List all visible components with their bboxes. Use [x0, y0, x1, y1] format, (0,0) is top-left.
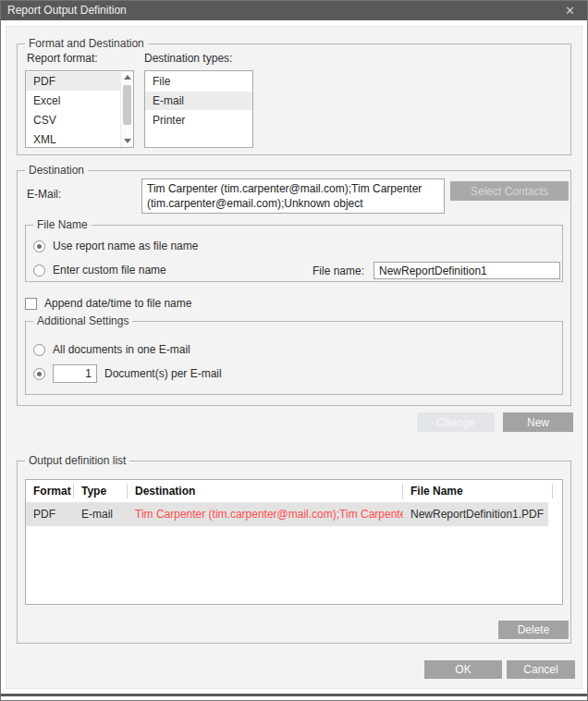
- output-definition-table: Format Type Destination File Name PDF E-…: [25, 479, 563, 605]
- report-format-scrollbar[interactable]: [120, 71, 133, 147]
- scroll-up-icon[interactable]: [121, 71, 133, 83]
- cell-file-name[interactable]: NewReportDefinition1.PDF: [403, 508, 553, 521]
- report-format-option-xml[interactable]: XML: [26, 130, 121, 149]
- dialog-body: Format and Destination Report format: PD…: [6, 26, 582, 689]
- report-format-label: Report format:: [27, 52, 98, 65]
- cell-destination[interactable]: Tim Carpenter (tim.carpenter@mail.com);T…: [128, 508, 403, 521]
- table-header-row: Format Type Destination File Name: [26, 480, 562, 502]
- group-additional-settings: Additional Settings All documents in one…: [25, 321, 563, 395]
- cell-format[interactable]: PDF: [26, 508, 74, 521]
- group-destination-label: Destination: [25, 164, 88, 177]
- column-header-destination[interactable]: Destination: [128, 480, 403, 502]
- table-row[interactable]: PDF E-mail Tim Carpenter (tim.carpenter@…: [26, 502, 548, 526]
- email-label: E-Mail:: [27, 188, 61, 201]
- all-docs-radio[interactable]: [33, 344, 45, 356]
- cancel-button[interactable]: Cancel: [507, 660, 575, 679]
- report-format-option-pdf[interactable]: PDF: [26, 72, 121, 91]
- group-file-name: File Name Use report name as file name E…: [25, 225, 563, 282]
- change-button[interactable]: Change: [417, 412, 495, 432]
- destination-type-option-file[interactable]: File: [145, 72, 252, 91]
- enter-custom-radio-row[interactable]: Enter custom file name: [33, 263, 166, 277]
- group-output-definition-list-label: Output definition list: [25, 454, 129, 467]
- docs-per-email-radio[interactable]: [33, 368, 45, 380]
- window-title: Report Output Definition: [7, 4, 127, 17]
- close-icon[interactable]: ✕: [559, 3, 581, 18]
- column-header-type[interactable]: Type: [74, 480, 128, 502]
- append-datetime-label: Append date/time to file name: [44, 297, 191, 310]
- ok-button[interactable]: OK: [424, 660, 502, 679]
- column-header-file-name[interactable]: File Name: [403, 480, 553, 502]
- docs-per-email-radio-row[interactable]: Document(s) per E-mail: [33, 364, 222, 383]
- use-report-name-radio[interactable]: [33, 240, 45, 252]
- report-format-listbox[interactable]: PDF Excel CSV XML: [25, 70, 134, 148]
- group-format-and-destination: Format and Destination Report format: PD…: [17, 43, 571, 155]
- destination-type-option-email[interactable]: E-mail: [145, 92, 252, 110]
- title-bar: Report Output Definition ✕: [0, 0, 588, 20]
- new-button[interactable]: New: [503, 412, 573, 432]
- window-bottom-border: [1, 694, 587, 696]
- file-name-input[interactable]: [374, 262, 560, 279]
- group-destination: Destination E-Mail: Tim Carpenter (tim.c…: [17, 170, 571, 406]
- all-docs-radio-row[interactable]: All documents in one E-mail: [33, 342, 190, 357]
- group-additional-settings-label: Additional Settings: [33, 314, 132, 327]
- use-report-name-label: Use report name as file name: [53, 240, 198, 252]
- group-format-and-destination-label: Format and Destination: [25, 37, 148, 50]
- use-report-name-radio-row[interactable]: Use report name as file name: [33, 239, 198, 253]
- enter-custom-label: Enter custom file name: [53, 264, 166, 277]
- column-header-spacer: [553, 480, 562, 502]
- column-header-format[interactable]: Format: [26, 480, 74, 502]
- cell-type[interactable]: E-mail: [74, 508, 128, 521]
- email-input[interactable]: Tim Carpenter (tim.carpenter@mail.com);T…: [141, 178, 445, 214]
- append-datetime-checkbox[interactable]: [25, 298, 37, 310]
- report-format-option-csv[interactable]: CSV: [26, 111, 121, 129]
- delete-button[interactable]: Delete: [498, 621, 569, 639]
- scroll-down-icon[interactable]: [121, 135, 133, 147]
- group-output-definition-list: Output definition list Format Type Desti…: [17, 461, 571, 644]
- file-name-label: File name:: [312, 264, 364, 277]
- all-docs-label: All documents in one E-mail: [53, 343, 190, 356]
- group-file-name-label: File Name: [33, 218, 92, 231]
- append-datetime-row[interactable]: Append date/time to file name: [25, 296, 191, 311]
- scrollbar-thumb[interactable]: [123, 85, 131, 125]
- enter-custom-radio[interactable]: [33, 264, 45, 277]
- select-contacts-button[interactable]: Select Contacts: [450, 181, 569, 201]
- destination-type-option-printer[interactable]: Printer: [145, 111, 252, 129]
- destination-types-label: Destination types:: [144, 52, 232, 65]
- destination-types-listbox[interactable]: File E-mail Printer: [144, 70, 253, 148]
- report-format-option-excel[interactable]: Excel: [26, 92, 121, 110]
- docs-per-email-input[interactable]: [53, 364, 97, 383]
- docs-per-email-label: Document(s) per E-mail: [104, 367, 222, 380]
